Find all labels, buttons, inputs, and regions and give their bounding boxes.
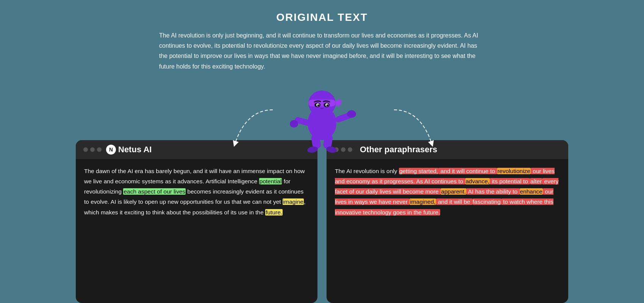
- dot-2: [90, 147, 95, 152]
- netus-highlight-future: future.: [265, 209, 283, 216]
- svg-point-15: [317, 105, 319, 106]
- dot-3: [97, 147, 102, 152]
- other-highlight-ability: AI has the ability to: [466, 188, 520, 195]
- other-text: The AI revolution is only getting starte…: [335, 166, 560, 217]
- other-highlight-getting-started: getting started,: [399, 168, 439, 174]
- other-paraphrasers-box: Other paraphrasers The AI revolution is …: [327, 140, 568, 303]
- other-highlight-alter: alter: [530, 178, 542, 184]
- netus-text: The dawn of the AI era has barely begun,…: [84, 166, 309, 217]
- netus-icon: N: [106, 145, 116, 155]
- original-text-body: The AI revolution is only just beginning…: [159, 30, 485, 72]
- other-highlight-continue: and it will continue to: [438, 168, 497, 174]
- original-text-title: ORIGINAL TEXT: [159, 11, 485, 23]
- other-highlight-imagined: imagined,: [410, 198, 436, 205]
- other-titlebar: Other paraphrasers: [327, 140, 568, 159]
- comparison-row: N Netus AI The dawn of the AI era has ba…: [76, 140, 568, 303]
- netus-content: The dawn of the AI era has barely begun,…: [76, 159, 317, 303]
- original-text-section: ORIGINAL TEXT The AI revolution is only …: [159, 0, 485, 72]
- other-highlight-fascinating: fascinating: [472, 198, 501, 205]
- other-highlight-advance: advance,: [465, 178, 490, 184]
- svg-point-8: [290, 120, 298, 128]
- netus-ai-box: N Netus AI The dawn of the AI era has ba…: [76, 140, 317, 303]
- netus-highlight-potential: potential: [259, 178, 282, 184]
- svg-rect-10: [308, 100, 336, 106]
- netus-window-dots: [83, 147, 102, 152]
- other-text-1: The AI revolution is only: [335, 168, 399, 174]
- netus-highlight-imagine: imagine: [283, 198, 304, 205]
- netus-title: Netus AI: [118, 145, 152, 155]
- svg-point-16: [327, 105, 328, 106]
- other-content: The AI revolution is only getting starte…: [327, 159, 568, 303]
- netus-highlight-each: each aspect of our lives: [123, 188, 186, 195]
- netus-logo: N Netus AI: [106, 145, 152, 155]
- page-container: ORIGINAL TEXT The AI revolution is only …: [0, 0, 644, 303]
- other-highlight-revolutionize: revolutionize: [497, 168, 531, 174]
- ninja-character: [288, 74, 356, 157]
- arrow-left-icon: [224, 106, 284, 155]
- other-highlight-potential: its potential to: [490, 178, 530, 184]
- arrow-right-icon: [383, 106, 443, 155]
- other-highlight-apparent: apparent.: [441, 188, 466, 195]
- svg-point-6: [347, 110, 356, 118]
- other-highlight-enhance: enhance: [520, 188, 543, 195]
- dot-1: [83, 147, 88, 152]
- other-highlight-and: and it will be: [436, 198, 472, 205]
